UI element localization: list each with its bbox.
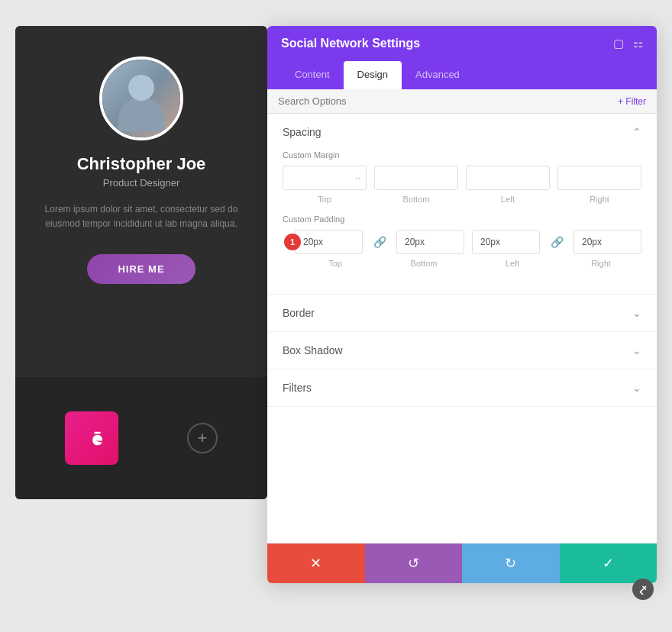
spacing-section: Spacing ⌃ Custom Margin ↔: [267, 114, 657, 295]
margin-right-wrap: [557, 166, 641, 190]
padding-left-input[interactable]: [472, 230, 540, 254]
padding-input-row: 1 🔗: [295, 230, 641, 254]
add-social-button[interactable]: +: [187, 423, 218, 453]
padding-bottom-label: Bottom: [383, 259, 464, 268]
filters-section-header[interactable]: Filters ⌄: [267, 369, 657, 406]
margin-left-input[interactable]: [466, 166, 550, 190]
cancel-button[interactable]: ✕: [267, 543, 365, 583]
card-bottom-bar: +: [15, 377, 267, 499]
profile-bio: Lorem ipsum dolor sit amet, consectetur …: [31, 202, 252, 231]
margin-col-labels: Top Bottom Left Right: [283, 195, 641, 204]
redo-button[interactable]: ↻: [462, 543, 560, 583]
save-button[interactable]: ✓: [560, 543, 657, 583]
step-badge: 1: [284, 234, 301, 250]
border-section: Border ⌄: [267, 295, 657, 332]
panel-footer: ✕ ↺ ↻ ✓: [267, 543, 657, 583]
padding-right-input[interactable]: [573, 230, 641, 254]
margin-right-label: Right: [557, 195, 641, 204]
filters-title: Filters: [283, 382, 312, 394]
spacing-title: Spacing: [283, 126, 321, 138]
undo-button[interactable]: ↺: [365, 543, 463, 583]
profile-card: Christopher Joe Product Designer Lorem i…: [15, 26, 267, 499]
resize-icon: [638, 584, 648, 595]
avatar: [99, 56, 183, 140]
margin-input-row: ↔: [283, 166, 641, 190]
custom-padding-label: Custom Padding: [283, 214, 641, 224]
avatar-image: [102, 60, 180, 137]
focus-icon[interactable]: ▢: [613, 37, 624, 50]
padding-bottom-wrap: [396, 230, 464, 254]
tab-content[interactable]: Content: [281, 61, 344, 89]
padding-col-labels: Top Bottom Left Right: [295, 259, 641, 268]
margin-right-input[interactable]: [557, 166, 641, 190]
spacing-chevron-icon: ⌃: [632, 126, 641, 138]
margin-left-group: ↔: [283, 166, 458, 190]
margin-right-group: [466, 166, 641, 190]
margin-left-label: Left: [466, 195, 550, 204]
padding-left-group: 🔗: [295, 230, 464, 254]
custom-margin-label: Custom Margin: [283, 150, 641, 160]
margin-bottom-wrap: [374, 166, 458, 190]
padding-link-icon-left: 🔗: [370, 230, 389, 254]
filter-button[interactable]: + Filter: [618, 96, 646, 107]
margin-left-wrap: [466, 166, 550, 190]
panel-header: Social Network Settings ▢ ⚏: [267, 26, 657, 61]
panel-title: Social Network Settings: [281, 37, 420, 50]
padding-right-group: 🔗: [472, 230, 641, 254]
box-shadow-title: Box Shadow: [283, 344, 343, 356]
tab-advanced[interactable]: Advanced: [402, 61, 473, 89]
padding-link-icon-right: 🔗: [548, 230, 566, 254]
border-chevron-icon: ⌄: [632, 307, 641, 319]
columns-icon[interactable]: ⚏: [633, 37, 643, 50]
panel-body: Spacing ⌃ Custom Margin ↔: [267, 114, 657, 543]
padding-left-wrap2: [472, 230, 540, 254]
hire-me-button[interactable]: HIRE ME: [87, 254, 195, 284]
settings-panel: Social Network Settings ▢ ⚏ Content Desi…: [267, 26, 657, 583]
tab-design[interactable]: Design: [344, 61, 402, 89]
box-shadow-section-header[interactable]: Box Shadow ⌄: [267, 332, 657, 369]
margin-bottom-input[interactable]: [374, 166, 458, 190]
spacing-section-header[interactable]: Spacing ⌃: [267, 114, 657, 150]
box-shadow-section: Box Shadow ⌄: [267, 332, 657, 369]
spacing-content: Custom Margin ↔: [267, 150, 657, 294]
padding-top-input[interactable]: [295, 230, 363, 254]
margin-top-wrap: ↔: [283, 166, 367, 190]
behance-icon: [81, 427, 102, 449]
search-bar: + Filter: [267, 89, 657, 114]
panel-tabs: Content Design Advanced: [267, 61, 657, 89]
filters-chevron-icon: ⌄: [632, 382, 641, 394]
margin-bottom-label: Bottom: [374, 195, 458, 204]
drag-handle[interactable]: [632, 579, 654, 600]
filters-section: Filters ⌄: [267, 369, 657, 407]
padding-left-label: Left: [472, 259, 553, 268]
padding-top-wrap: [295, 230, 363, 254]
padding-top-label: Top: [295, 259, 376, 268]
profile-name: Christopher Joe: [77, 154, 206, 174]
padding-right-label: Right: [561, 259, 641, 268]
border-title: Border: [283, 307, 315, 319]
margin-top-link-icon: ↔: [354, 173, 362, 182]
search-input[interactable]: [278, 95, 618, 107]
padding-bottom-input[interactable]: [396, 230, 464, 254]
border-section-header[interactable]: Border ⌄: [267, 295, 657, 331]
profile-job-title: Product Designer: [103, 177, 179, 189]
padding-right-wrap2: [573, 230, 641, 254]
social-icon-box[interactable]: [65, 411, 118, 465]
margin-top-label: Top: [283, 195, 367, 204]
panel-header-icons: ▢ ⚏: [613, 37, 643, 50]
box-shadow-chevron-icon: ⌄: [632, 344, 641, 356]
